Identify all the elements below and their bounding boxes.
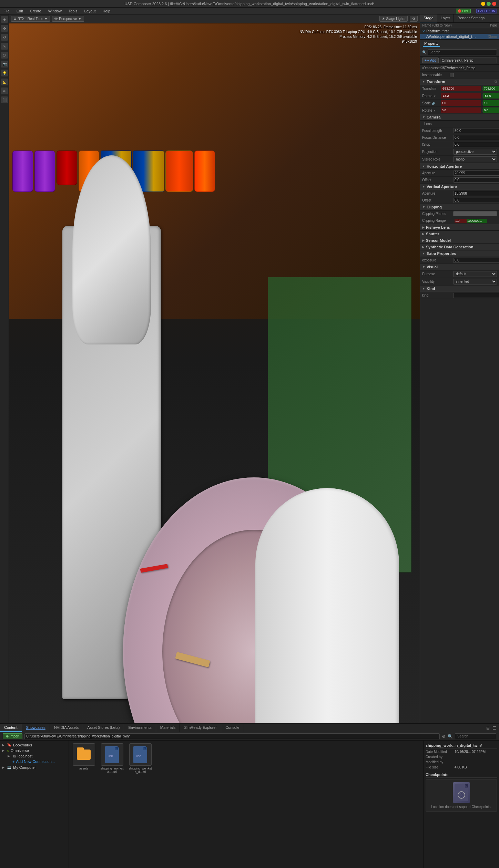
sensor-model-section-header[interactable]: ▶ Sensor Model [420, 237, 499, 244]
tab-property[interactable]: Property [423, 41, 440, 47]
synthetic-data-section-header[interactable]: ▶ Synthetic Data Generation [420, 244, 499, 250]
ft-omniverse[interactable]: ▶ ○ Omniverse [0, 748, 69, 753]
tab-stage[interactable]: Stage [420, 14, 437, 22]
tool-snap[interactable]: ⬛ [1, 96, 8, 103]
rotate1-dropdown-icon[interactable]: ▼ [433, 95, 436, 98]
transform-section-header[interactable]: ▼ Transform ⧉ [420, 79, 499, 85]
tool-select[interactable]: ⊕ [1, 16, 8, 23]
tab-environments[interactable]: Environments [124, 724, 156, 732]
rotate1-y-input[interactable] [483, 93, 499, 99]
path-filter-icon[interactable]: ⚙ [442, 734, 446, 739]
tool-scale[interactable]: ⤡ [1, 43, 8, 50]
import-button[interactable]: ⊕ Import [3, 733, 22, 739]
tool-pen[interactable]: ✏ [1, 87, 8, 94]
maximize-button[interactable] [487, 2, 491, 6]
tab-content[interactable]: Content [0, 724, 22, 732]
ft-bookmarks[interactable]: ▶ 🔖 Bookmarks [0, 742, 69, 748]
fstop-input[interactable] [453, 142, 499, 147]
ft-add-connection[interactable]: + Add New Connection... [0, 759, 69, 764]
rotate2-y-input[interactable] [483, 107, 499, 113]
path-input[interactable] [24, 733, 440, 739]
scale-x-input[interactable] [441, 100, 481, 106]
v-offset-input[interactable] [453, 198, 499, 203]
translate-y-input[interactable] [483, 86, 499, 91]
projection-select[interactable]: perspective orthographic [453, 149, 497, 155]
stereo-role-select[interactable]: mono left right [453, 156, 497, 162]
clipping-section-header[interactable]: ▼ Clipping [420, 204, 499, 210]
purpose-select[interactable]: default render proxy guide [453, 271, 497, 277]
tab-showcases[interactable]: Showcases [22, 724, 50, 732]
sensor-label: Sensor Model [426, 238, 451, 242]
menu-file[interactable]: File [2, 8, 11, 14]
rotate2-x-input[interactable] [441, 107, 481, 113]
menu-edit[interactable]: Edit [15, 8, 24, 14]
scale-link-icon[interactable]: 🔗 [432, 102, 435, 105]
path-search-icon[interactable]: 🔍 [448, 734, 453, 739]
property-search-input[interactable] [428, 49, 497, 55]
instanceable-checkbox[interactable] [450, 73, 454, 77]
rtx-mode-button[interactable]: ⚙ RTX - Real-Time ▼ [11, 16, 50, 22]
tab-asset-stores[interactable]: Asset Stores (beta) [83, 724, 124, 732]
v-aperture-section-header[interactable]: ▼ Vertical Aperture [420, 184, 499, 190]
tool-camera[interactable]: 📷 [1, 61, 8, 68]
ft-localhost[interactable]: ▶ 🖥 localhost [0, 753, 69, 759]
tab-nvidia-assets[interactable]: NVIDIA Assets [50, 724, 83, 732]
kind-section-header[interactable]: ▼ Kind [420, 286, 499, 292]
tab-simready[interactable]: SimReady Explorer [180, 724, 221, 732]
h-aperture-input[interactable] [453, 170, 499, 176]
tab-materials[interactable]: Materials [156, 724, 180, 732]
translate-x-input[interactable] [441, 86, 481, 91]
bottom-search-input[interactable] [455, 733, 496, 739]
extra-props-section-header[interactable]: ▼ Extra Properties [420, 250, 499, 257]
visibility-select[interactable]: inherited invisible visible [453, 279, 497, 285]
perspective-button[interactable]: 👁 Perspective ▼ [52, 16, 84, 22]
tree-item-platform[interactable]: ✕ Platform_first [420, 28, 499, 34]
thumb-usd-2[interactable]: USD shipping_wo rksta_d.usd [128, 743, 152, 774]
property-name-field[interactable] [440, 58, 497, 63]
clipping-range-y-input[interactable] [467, 219, 487, 223]
menu-help[interactable]: Help [101, 8, 112, 14]
tab-layer[interactable]: Layer [437, 14, 454, 22]
menu-window[interactable]: Window [47, 8, 63, 14]
v-aperture-input[interactable] [453, 191, 499, 196]
tree-item-world[interactable]: /World/operational_digital_twin_shi... X… [420, 34, 499, 39]
tool-transform[interactable]: ⬡ [1, 52, 8, 59]
focus-distance-input[interactable] [453, 135, 499, 140]
ft-my-computer[interactable]: ▶ 💻 My Computer [0, 764, 69, 770]
stage-lights-button[interactable]: ☀ Stage Lights [379, 16, 408, 22]
tab-console[interactable]: Console [221, 724, 244, 732]
minimize-button[interactable] [481, 2, 485, 6]
shutter-section-header[interactable]: ▶ Shutter [420, 231, 499, 237]
focal-length-input[interactable] [453, 128, 499, 133]
clipping-planes-input[interactable] [453, 211, 497, 216]
close-button[interactable] [492, 2, 496, 6]
showcases-label[interactable]: Showcases [26, 725, 45, 730]
cache-badge[interactable]: CACHE: ON [476, 9, 497, 13]
filter-icon[interactable]: ⊞ [486, 726, 490, 731]
tool-move[interactable]: ✛ [1, 25, 8, 32]
h-aperture-section-header[interactable]: ▼ Horizontal Aperture [420, 163, 499, 170]
camera-section-header[interactable]: ▼ Camera [420, 114, 499, 121]
h-offset-input[interactable] [453, 177, 499, 183]
menu-layout[interactable]: Layout [83, 8, 97, 14]
tool-measure[interactable]: 📐 [1, 79, 8, 85]
menu-tools[interactable]: Tools [67, 8, 79, 14]
kind-input[interactable] [453, 293, 499, 298]
visual-section-header[interactable]: ▼ Visual [420, 264, 499, 270]
exposure-input[interactable] [453, 258, 499, 263]
fisheye-section-header[interactable]: ▶ Fisheye Lens [420, 224, 499, 231]
rotate2-dropdown-icon[interactable]: ▼ [433, 109, 436, 112]
thumb-assets[interactable]: assets [72, 743, 96, 770]
tool-light[interactable]: 💡 [1, 70, 8, 76]
add-property-button[interactable]: + + Add [422, 58, 439, 63]
live-badge[interactable]: 🔴 LIVE [456, 9, 471, 13]
list-view-icon[interactable]: ☰ [492, 726, 496, 731]
scale-y-input[interactable] [483, 100, 499, 106]
menu-create[interactable]: Create [29, 8, 43, 14]
tab-render-settings[interactable]: Render Settings [454, 14, 488, 22]
clipping-range-x-input[interactable] [455, 219, 467, 223]
viewport-settings-button[interactable]: ⚙ [410, 16, 418, 22]
rotate1-x-input[interactable] [441, 93, 481, 99]
thumb-usd-1[interactable]: USD shipping_wo rksta...usd [100, 743, 124, 774]
tool-rotate[interactable]: ↺ [1, 34, 8, 41]
